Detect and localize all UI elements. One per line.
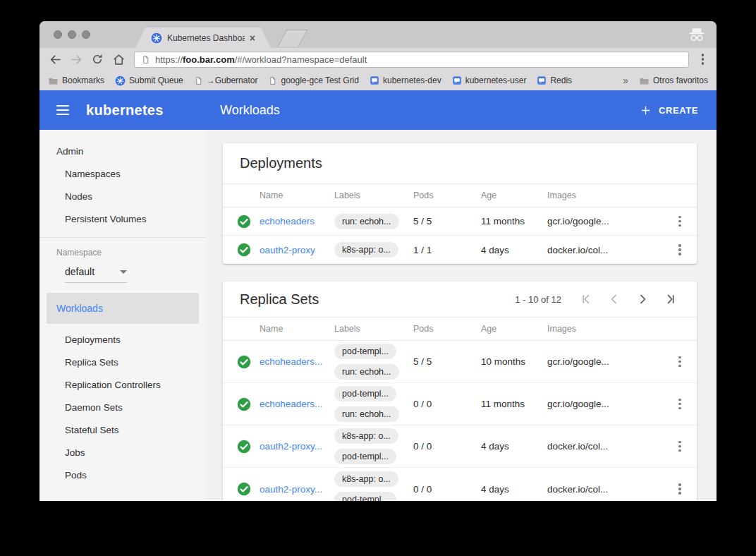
traffic-lights (54, 30, 90, 39)
chevron-down-icon (120, 270, 127, 274)
status-ok-icon (237, 214, 251, 229)
chevron-right-icon (635, 292, 650, 306)
table-row: oauth2-proxy... k8s-app: o... pod-templ.… (223, 468, 697, 501)
sidebar-item-replica-sets[interactable]: Replica Sets (39, 351, 206, 373)
sidebar-item-admin[interactable]: Admin (39, 140, 206, 162)
home-icon (112, 53, 126, 66)
window-titlebar: Kubernetes Dashboard × (39, 21, 717, 48)
label-chip: k8s-app: o... (334, 471, 398, 487)
incognito-icon (687, 27, 707, 42)
sidebar-item-stateful-sets[interactable]: Stateful Sets (39, 418, 206, 441)
replica-sets-table-header: Name Labels Pods Age Images (223, 317, 697, 341)
label-chip: pod-templ... (334, 386, 396, 401)
label-chip: run: echoh... (334, 214, 399, 229)
deployment-link[interactable]: echoheaders (260, 216, 334, 226)
last-page-icon (664, 292, 678, 306)
bookmark-kubernetes-dev[interactable]: kubernetes-dev (370, 75, 441, 85)
replica-set-link[interactable]: oauth2-proxy... (260, 484, 334, 495)
sidebar-item-deployments[interactable]: Deployments (39, 328, 206, 351)
bookmark-submit-queue[interactable]: Submit Queue (115, 75, 183, 86)
status-ok-icon (237, 482, 251, 496)
bookmark-bookmarks-folder[interactable]: Bookmarks (48, 75, 104, 86)
row-menu-button[interactable] (669, 212, 691, 231)
back-button[interactable] (47, 51, 63, 68)
deployments-table-header: Name Labels Pods Age Images (223, 183, 697, 207)
sidebar-item-jobs[interactable]: Jobs (39, 441, 206, 464)
replica-sets-card-title: Replica Sets (240, 291, 515, 308)
label-chip: k8s-app: o... (334, 428, 398, 444)
page-title: Workloads (220, 103, 280, 118)
sidebar-item-namespaces[interactable]: Namespaces (39, 162, 206, 185)
reload-button[interactable] (89, 51, 106, 68)
namespace-label: Namespace (39, 248, 206, 258)
bookmarks-overflow-button[interactable]: » (623, 75, 628, 86)
label-chip: run: echoh... (334, 406, 399, 422)
row-menu-button[interactable] (669, 479, 691, 499)
deployments-card: Deployments Name Labels Pods Age Images … (223, 143, 697, 264)
back-arrow-icon (49, 53, 62, 66)
forward-button[interactable] (68, 51, 85, 68)
forward-arrow-icon (70, 53, 83, 66)
deployment-link[interactable]: oauth2-proxy (260, 245, 334, 255)
reload-icon (91, 53, 104, 66)
replica-sets-card: Replica Sets 1 - 10 of 12 (223, 282, 697, 501)
browser-menu-button[interactable] (696, 51, 710, 68)
kubernetes-icon (115, 75, 126, 86)
home-button[interactable] (110, 51, 127, 68)
label-chip: pod-templ... (334, 344, 396, 359)
kubernetes-brand: kubernetes (86, 102, 164, 119)
replica-set-link[interactable]: echoheaders... (260, 399, 334, 409)
page-icon (141, 55, 150, 64)
namespace-select[interactable]: default (65, 266, 127, 283)
page-icon (194, 76, 203, 85)
bookmark-kubernetes-user[interactable]: kubernetes-user (452, 75, 527, 85)
previous-page-button[interactable] (605, 290, 623, 308)
folder-icon (48, 75, 59, 86)
new-tab-button[interactable] (278, 30, 308, 47)
chat-icon (537, 75, 547, 85)
status-ok-icon (237, 355, 251, 369)
table-row: echoheaders run: echoh... 5 / 5 11 month… (223, 207, 697, 236)
create-button[interactable]: CREATE (640, 104, 698, 116)
pagination-range: 1 - 10 of 12 (515, 294, 561, 305)
zoom-window-button[interactable] (82, 30, 90, 39)
replica-set-link[interactable]: oauth2-proxy... (260, 441, 334, 452)
app-header: kubernetes Workloads CREATE (39, 90, 717, 130)
sidebar-item-workloads[interactable]: Workloads (47, 293, 199, 324)
deployments-card-title: Deployments (240, 155, 680, 171)
next-page-button[interactable] (633, 290, 652, 308)
sidebar-divider (39, 237, 206, 238)
label-chip: k8s-app: o... (334, 242, 398, 258)
sidebar-item-daemon-sets[interactable]: Daemon Sets (39, 396, 206, 418)
first-page-button[interactable] (577, 290, 595, 308)
last-page-button[interactable] (662, 290, 680, 308)
kubernetes-favicon-icon (151, 32, 162, 44)
other-bookmarks-folder[interactable]: Otros favoritos (639, 75, 708, 86)
folder-icon (639, 75, 650, 86)
replica-set-link[interactable]: echoheaders... (260, 356, 334, 367)
bookmark-redis[interactable]: Redis (537, 75, 572, 85)
first-page-icon (579, 292, 593, 306)
close-window-button[interactable] (54, 30, 62, 39)
bookmark-test-grid[interactable]: google-gce Test Grid (268, 75, 359, 85)
url-address-bar[interactable]: https://foo.bar.com/#/workload?namespace… (134, 52, 689, 68)
bookmark-gubernator[interactable]: →Gubernator (194, 75, 258, 85)
browser-tab[interactable]: Kubernetes Dashboard × (135, 28, 271, 48)
tab-close-icon[interactable]: × (250, 32, 255, 44)
sidebar-item-replication-controllers[interactable]: Replication Controllers (39, 373, 206, 396)
sidebar-item-persistent-volumes[interactable]: Persistent Volumes (39, 207, 206, 230)
minimize-window-button[interactable] (68, 30, 76, 39)
sidebar-item-pods[interactable]: Pods (39, 464, 206, 486)
row-menu-button[interactable] (669, 352, 691, 372)
pagination: 1 - 10 of 12 (515, 290, 680, 308)
sidebar-nav: Admin Namespaces Nodes Persistent Volume… (39, 130, 206, 501)
sidebar-item-nodes[interactable]: Nodes (39, 185, 206, 207)
row-menu-button[interactable] (669, 394, 691, 414)
label-chip: pod-templ... (334, 449, 396, 464)
browser-toolbar: https://foo.bar.com/#/workload?namespace… (39, 48, 717, 71)
chat-icon (452, 75, 462, 85)
row-menu-button[interactable] (669, 240, 691, 260)
label-chip: pod-templ... (334, 492, 396, 502)
row-menu-button[interactable] (669, 437, 691, 457)
hamburger-menu-button[interactable] (56, 105, 69, 115)
